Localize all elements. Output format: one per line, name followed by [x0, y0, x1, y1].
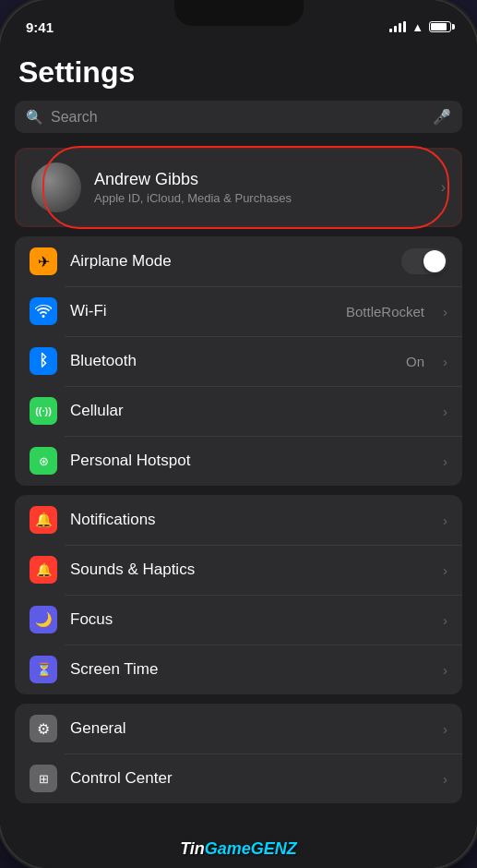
- signal-icon: [389, 21, 406, 32]
- row-airplane[interactable]: ✈ Airplane Mode: [15, 236, 462, 286]
- watermark-game: Game: [205, 839, 251, 858]
- bluetooth-value: On: [406, 354, 424, 369]
- notifications-label: Notifications: [70, 511, 430, 529]
- sounds-chevron: ›: [443, 562, 447, 578]
- sounds-label: Sounds & Haptics: [70, 561, 430, 579]
- mic-icon: 🎤: [433, 108, 451, 126]
- wifi-icon: ▲: [411, 20, 423, 34]
- bluetooth-label: Bluetooth: [70, 352, 393, 370]
- row-sounds[interactable]: 🔔 Sounds & Haptics ›: [15, 545, 462, 595]
- watermark-tin: Tin: [180, 839, 205, 858]
- wifi-chevron: ›: [443, 304, 447, 319]
- signal-bar-3: [399, 23, 401, 32]
- airplane-toggle[interactable]: [401, 248, 447, 274]
- hotspot-label: Personal Hotspot: [70, 452, 430, 470]
- bluetooth-chevron: ›: [443, 354, 447, 369]
- status-time: 9:41: [26, 19, 54, 35]
- cellular-label: Cellular: [70, 402, 430, 420]
- profile-name: Andrew Gibbs: [94, 170, 428, 189]
- screentime-label: Screen Time: [70, 660, 430, 679]
- general-icon: ⚙: [30, 715, 57, 742]
- toggle-knob: [423, 250, 446, 272]
- general-label: General: [70, 719, 430, 738]
- controlcenter-chevron: ›: [443, 771, 447, 787]
- section-general: ⚙ General › ⊞ Control Center ›: [15, 704, 462, 803]
- airplane-icon: ✈: [30, 247, 57, 275]
- battery-fill: [431, 23, 447, 30]
- notch: [174, 0, 304, 26]
- status-icons: ▲: [389, 20, 451, 34]
- controlcenter-label: Control Center: [70, 769, 430, 788]
- hotspot-icon: ⊛: [30, 447, 57, 475]
- focus-label: Focus: [70, 610, 430, 629]
- phone-screen: 9:41 ▲ Settings 🔍 Search: [0, 0, 477, 868]
- section-notifications: 🔔 Notifications › 🔔 Sounds & Haptics › 🌙…: [15, 495, 462, 694]
- search-bar[interactable]: 🔍 Search 🎤: [15, 101, 462, 133]
- cellular-chevron: ›: [443, 404, 447, 419]
- row-notifications[interactable]: 🔔 Notifications ›: [15, 495, 462, 545]
- row-wifi[interactable]: Wi-Fi BottleRocket ›: [15, 286, 462, 336]
- battery-icon: [429, 21, 451, 32]
- profile-info: Andrew Gibbs Apple ID, iCloud, Media & P…: [94, 170, 428, 205]
- screentime-chevron: ›: [443, 662, 447, 678]
- section-connectivity: ✈ Airplane Mode Wi-Fi BottleRocket: [15, 236, 462, 486]
- search-icon: 🔍: [26, 109, 43, 126]
- row-general[interactable]: ⚙ General ›: [15, 704, 462, 753]
- row-hotspot[interactable]: ⊛ Personal Hotspot ›: [15, 436, 462, 486]
- wifi-value: BottleRocket: [346, 304, 424, 319]
- screentime-icon: ⏳: [30, 656, 57, 683]
- avatar: [31, 163, 81, 212]
- row-screentime[interactable]: ⏳ Screen Time ›: [15, 645, 462, 694]
- wifi-label: Wi-Fi: [70, 302, 333, 320]
- search-input[interactable]: Search: [51, 109, 425, 126]
- row-focus[interactable]: 🌙 Focus ›: [15, 595, 462, 645]
- signal-bar-1: [389, 29, 392, 32]
- row-cellular[interactable]: ((·)) Cellular ›: [15, 386, 462, 436]
- avatar-image: [31, 163, 81, 212]
- bluetooth-icon: ᛒ: [30, 347, 57, 375]
- focus-chevron: ›: [443, 612, 447, 628]
- cellular-icon: ((·)): [30, 397, 57, 425]
- signal-bar-2: [394, 26, 397, 32]
- airplane-label: Airplane Mode: [70, 252, 388, 271]
- row-controlcenter[interactable]: ⊞ Control Center ›: [15, 753, 462, 803]
- signal-bar-4: [403, 21, 406, 32]
- page-title: Settings: [0, 41, 477, 101]
- settings-content: Settings 🔍 Search 🎤 Andrew Gibbs Apple I…: [0, 41, 477, 868]
- profile-chevron: ›: [441, 179, 446, 196]
- notifications-icon: 🔔: [30, 506, 57, 534]
- wifi-settings-icon: [30, 297, 57, 325]
- phone-frame: 9:41 ▲ Settings 🔍 Search: [0, 0, 477, 868]
- row-bluetooth[interactable]: ᛒ Bluetooth On ›: [15, 336, 462, 386]
- sounds-icon: 🔔: [30, 556, 57, 584]
- notifications-chevron: ›: [443, 512, 447, 528]
- profile-subtitle: Apple ID, iCloud, Media & Purchases: [94, 191, 428, 205]
- general-chevron: ›: [443, 721, 447, 737]
- controlcenter-icon: ⊞: [30, 765, 57, 792]
- watermark-genz: GENZ: [251, 839, 297, 858]
- profile-card[interactable]: Andrew Gibbs Apple ID, iCloud, Media & P…: [15, 148, 462, 227]
- focus-icon: 🌙: [30, 606, 57, 633]
- watermark: TinGameGENZ: [180, 839, 297, 859]
- hotspot-chevron: ›: [443, 453, 447, 469]
